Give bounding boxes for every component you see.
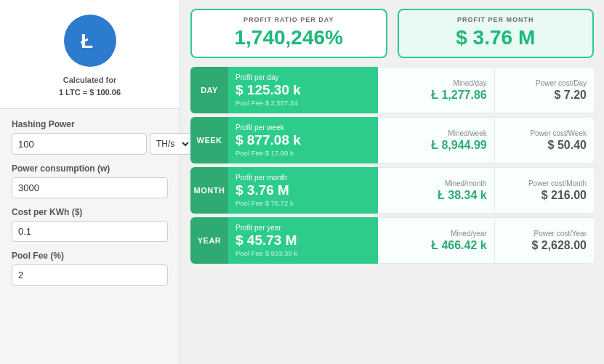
row-year-label: Year	[190, 217, 228, 264]
row-month-profit-label: Profit per month	[235, 174, 371, 182]
row-week-mined-label: Mined/week	[448, 129, 486, 137]
row-week-pool-fee: Pool Fee $ 17.90 k	[235, 149, 371, 157]
power-consumption-row	[12, 177, 168, 198]
row-week-power: Power cost/Week $ 50.40	[494, 117, 594, 163]
row-day-profit-label: Profit per day	[235, 73, 371, 81]
row-week-power-label: Power cost/Week	[530, 129, 587, 137]
row-week: Week Profit per week $ 877.08 k Pool Fee…	[190, 117, 594, 163]
row-month: Month Profit per month $ 3.76 M Pool Fee…	[190, 167, 594, 214]
row-day-profit-value: $ 125.30 k	[235, 83, 371, 98]
row-day-power-label: Power cost/Day	[536, 79, 587, 87]
stat-card-profit-month: PROFIT PER MONTH $ 3.76 M	[398, 9, 595, 58]
row-month-power: Power cost/Month $ 216.00	[494, 167, 594, 214]
cost-per-kwh-label: Cost per KWh ($)	[12, 207, 168, 217]
row-week-mined: Mined/week Ł 8,944.99	[378, 117, 494, 163]
row-day-power-value: $ 7.20	[555, 89, 587, 102]
power-consumption-input[interactable]	[12, 177, 168, 198]
pool-fee-label: Pool Fee (%)	[12, 251, 168, 261]
row-year-power-value: $ 2,628.00	[531, 239, 587, 252]
cost-per-kwh-input[interactable]	[12, 221, 168, 242]
row-year-mined-value: Ł 466.42 k	[431, 239, 487, 252]
left-panel: Ł Calculated for 1 LTC = $ 100.06 Hashin…	[0, 0, 180, 364]
row-month-label: Month	[190, 167, 228, 214]
hashing-power-input[interactable]	[12, 133, 147, 155]
row-day-mined-label: Mined/day	[454, 79, 487, 87]
row-week-profit-value: $ 877.08 k	[235, 133, 371, 148]
row-year-power: Power cost/Year $ 2,628.00	[494, 217, 594, 264]
row-year-profit-value: $ 45.73 M	[235, 233, 371, 248]
row-year-power-label: Power cost/Year	[534, 230, 587, 238]
stat-card-profit-ratio-value: 1,740,246%	[204, 26, 374, 49]
row-month-mined-label: Mined/month	[445, 179, 487, 187]
row-year-mined: Mined/year Ł 466.42 k	[378, 217, 494, 264]
row-day-mined: Mined/day Ł 1,277.86	[378, 67, 494, 113]
row-month-mined-value: Ł 38.34 k	[438, 189, 487, 202]
right-panel: PROFIT RATIO PER DAY 1,740,246% PROFIT P…	[180, 0, 604, 364]
row-year-pool-fee: Pool Fee $ 933.39 k	[235, 249, 371, 257]
stat-card-profit-ratio-label: PROFIT RATIO PER DAY	[204, 16, 374, 23]
data-rows: Day Profit per day $ 125.30 k Pool Fee $…	[190, 67, 594, 355]
main-container: Ł Calculated for 1 LTC = $ 100.06 Hashin…	[0, 0, 604, 364]
top-stats: PROFIT RATIO PER DAY 1,740,246% PROFIT P…	[190, 9, 594, 58]
row-week-power-value: $ 50.40	[548, 139, 587, 152]
row-day-label: Day	[190, 67, 228, 113]
row-day: Day Profit per day $ 125.30 k Pool Fee $…	[190, 67, 594, 113]
row-year-mined-label: Mined/year	[451, 230, 486, 238]
row-year: Year Profit per year $ 45.73 M Pool Fee …	[190, 217, 594, 264]
row-month-mined: Mined/month Ł 38.34 k	[378, 167, 494, 214]
stat-card-profit-ratio: PROFIT RATIO PER DAY 1,740,246%	[190, 9, 387, 58]
row-day-pool-fee: Pool Fee $ 2,557.24	[235, 99, 371, 107]
row-month-profit-value: $ 3.76 M	[235, 183, 371, 198]
logo-area: Ł Calculated for 1 LTC = $ 100.06	[0, 0, 180, 109]
ltc-logo: Ł	[64, 15, 116, 67]
row-week-profit: Profit per week $ 877.08 k Pool Fee $ 17…	[228, 117, 378, 163]
row-day-profit: Profit per day $ 125.30 k Pool Fee $ 2,5…	[228, 67, 378, 113]
row-month-power-value: $ 216.00	[541, 189, 587, 202]
hashing-power-label: Hashing Power	[12, 119, 168, 129]
ltc-icon: Ł	[74, 25, 106, 57]
form-area: Hashing Power TH/s GH/s MH/s Power consu…	[0, 109, 180, 286]
row-week-mined-value: Ł 8,944.99	[431, 139, 487, 152]
row-week-profit-label: Profit per week	[235, 124, 371, 132]
power-consumption-label: Power consumption (w)	[12, 163, 168, 174]
row-day-power: Power cost/Day $ 7.20	[494, 67, 594, 113]
stat-card-profit-month-label: PROFIT PER MONTH	[411, 16, 581, 23]
row-year-profit-label: Profit per year	[235, 224, 371, 232]
row-month-power-label: Power cost/Month	[528, 179, 587, 187]
calc-for-label: Calculated for 1 LTC = $ 100.06	[59, 74, 121, 98]
row-year-profit: Profit per year $ 45.73 M Pool Fee $ 933…	[228, 217, 378, 264]
row-day-mined-value: Ł 1,277.86	[431, 89, 487, 102]
row-month-profit: Profit per month $ 3.76 M Pool Fee $ 76.…	[228, 167, 378, 214]
pool-fee-row	[12, 264, 168, 286]
svg-text:Ł: Ł	[81, 30, 93, 52]
row-week-label: Week	[190, 117, 228, 163]
hashing-power-row: TH/s GH/s MH/s	[12, 133, 168, 155]
pool-fee-input[interactable]	[12, 264, 168, 286]
stat-card-profit-month-value: $ 3.76 M	[411, 26, 581, 49]
row-month-pool-fee: Pool Fee $ 76.72 k	[235, 199, 371, 207]
cost-per-kwh-row	[12, 221, 168, 242]
